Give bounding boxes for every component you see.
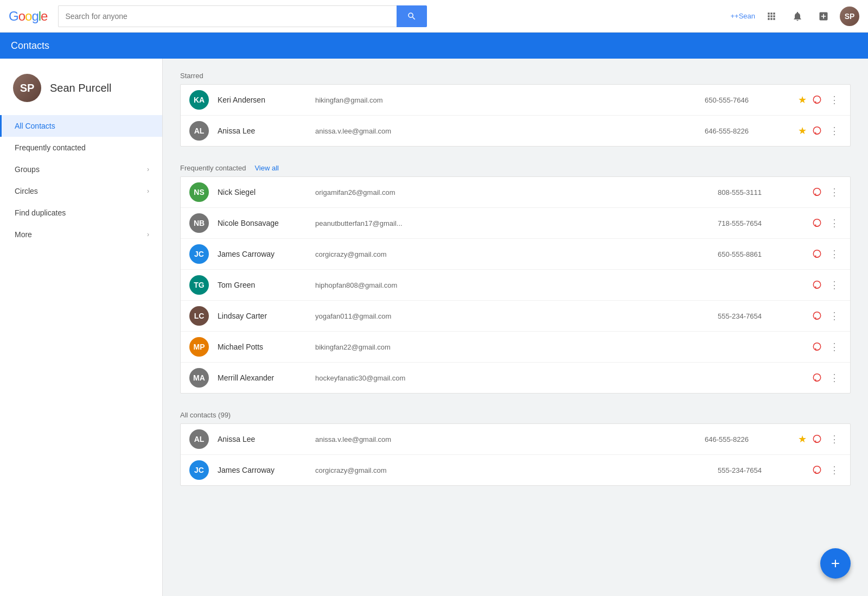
svg-point-10 [813,466,820,473]
contact-phone: 650-555-7646 [705,96,792,104]
contact-actions: ⋮ [811,370,841,386]
hangouts-icon[interactable] [811,217,823,229]
contact-row[interactable]: AL Anissa Lee anissa.v.lee@gmail.com 646… [181,116,850,146]
svg-point-8 [813,374,820,381]
star-icon[interactable]: ★ [798,125,807,137]
star-icon[interactable]: ★ [798,94,807,106]
contact-name: James Carroway [218,466,315,474]
hangouts-icon[interactable] [811,125,823,137]
main-content: Starred KA Keri Andersen hikingfan@gmail… [163,59,868,596]
profile-name: Sean Purcell [50,82,111,94]
contact-avatar: MP [189,337,209,357]
contact-name: Nick Siegel [218,188,315,196]
sidebar-item-label: All Contacts [15,122,55,130]
contacts-bar: Contacts [0,33,868,59]
sidebar-item-frequently-contacted[interactable]: Frequently contacted [0,137,162,158]
hangouts-icon[interactable] [811,464,823,476]
contact-name: Nicole Bonsavage [218,219,315,227]
search-bar [58,5,427,27]
contact-email: anissa.v.lee@gmail.com [315,435,705,443]
sidebar-item-all-contacts[interactable]: All Contacts [0,115,162,137]
contact-actions: ★ ⋮ [798,123,841,139]
chevron-right-icon: › [147,166,149,173]
contact-actions: ⋮ [811,308,841,324]
search-icon [407,11,417,21]
chevron-right-icon: › [147,231,149,238]
topbar-right: ++Sean SP [730,7,859,26]
contact-name: Merrill Alexander [218,373,315,382]
contact-row[interactable]: TG Tom Green hiphopfan808@gmail.com ⋮ [181,270,850,301]
contact-avatar: TG [189,275,209,295]
search-button[interactable] [397,5,427,27]
more-options-icon[interactable]: ⋮ [827,215,841,231]
contact-avatar: LC [189,306,209,326]
svg-point-3 [813,219,820,226]
more-options-icon[interactable]: ⋮ [827,184,841,200]
contact-phone: 808-555-3111 [718,188,805,196]
frequently-contacts-card: NS Nick Siegel origamifan26@gmail.com 80… [180,176,851,394]
hangouts-icon[interactable] [811,433,823,445]
contact-avatar: KA [189,90,209,110]
hangouts-icon[interactable] [811,186,823,198]
contact-email: bikingfan22@gmail.com [315,343,718,351]
apps-grid-button[interactable] [762,7,781,26]
contact-phone: 718-555-7654 [718,219,805,227]
search-input[interactable] [58,5,397,27]
sidebar-item-more[interactable]: More › [0,224,162,245]
contact-actions: ⋮ [811,277,841,293]
contact-row[interactable]: MA Merrill Alexander hockeyfanatic30@gma… [181,363,850,393]
hangouts-icon[interactable] [811,248,823,260]
contact-row[interactable]: NB Nicole Bonsavage peanutbutterfan17@gm… [181,208,850,239]
contact-row[interactable]: MP Michael Potts bikingfan22@gmail.com ⋮ [181,332,850,363]
contact-avatar: MA [189,368,209,388]
more-options-icon[interactable]: ⋮ [827,308,841,324]
svg-point-5 [813,281,820,288]
plus-sean-link[interactable]: ++Sean [730,12,755,20]
more-options-icon[interactable]: ⋮ [827,92,841,108]
grid-icon [766,11,777,22]
hangouts-icon[interactable] [811,310,823,322]
contact-row[interactable]: JC James Carroway corgicrazy@gmail.com 5… [181,455,850,485]
notifications-button[interactable] [788,7,807,26]
contact-avatar: JC [189,460,209,480]
more-options-icon[interactable]: ⋮ [827,339,841,355]
add-contact-fab[interactable]: + [820,548,851,579]
star-icon[interactable]: ★ [798,433,807,445]
contact-row[interactable]: JC James Carroway corgicrazy@gmail.com 6… [181,239,850,270]
view-all-link[interactable]: View all [254,164,279,172]
sidebar-item-groups[interactable]: Groups › [0,158,162,180]
hangouts-icon[interactable] [811,279,823,291]
contact-name: Anissa Lee [218,126,315,135]
contact-name: Michael Potts [218,343,315,351]
hangouts-icon[interactable] [811,341,823,353]
hangouts-icon[interactable] [811,372,823,384]
contact-email: peanutbutterfan17@gmail... [315,219,718,227]
contact-email: yogafan011@gmail.com [315,312,718,320]
contact-avatar: NB [189,213,209,233]
user-avatar[interactable]: SP [840,7,859,26]
contact-avatar: JC [189,244,209,264]
sidebar-item-find-duplicates[interactable]: Find duplicates [0,202,162,224]
svg-point-6 [813,312,820,319]
more-options-icon[interactable]: ⋮ [827,246,841,262]
sidebar-item-circles[interactable]: Circles › [0,180,162,202]
hangouts-icon[interactable] [811,94,823,106]
more-options-icon[interactable]: ⋮ [827,370,841,386]
more-options-icon[interactable]: ⋮ [827,462,841,478]
contact-row[interactable]: NS Nick Siegel origamifan26@gmail.com 80… [181,177,850,208]
contacts-bar-title: Contacts [11,40,49,52]
more-options-icon[interactable]: ⋮ [827,123,841,139]
more-options-icon[interactable]: ⋮ [827,277,841,293]
contact-email: origamifan26@gmail.com [315,188,718,196]
contact-phone: 555-234-7654 [718,312,805,320]
contact-name: Tom Green [218,281,315,289]
chevron-right-icon: › [147,187,149,195]
contact-actions: ★ ⋮ [798,431,841,447]
contact-avatar: AL [189,121,209,141]
contact-row[interactable]: AL Anissa Lee anissa.v.lee@gmail.com 646… [181,424,850,455]
contact-row[interactable]: KA Keri Andersen hikingfan@gmail.com 650… [181,85,850,116]
contact-row[interactable]: LC Lindsay Carter yogafan011@gmail.com 5… [181,301,850,332]
add-square-button[interactable] [814,7,833,26]
more-options-icon[interactable]: ⋮ [827,431,841,447]
sidebar-profile: SP Sean Purcell [0,67,162,115]
